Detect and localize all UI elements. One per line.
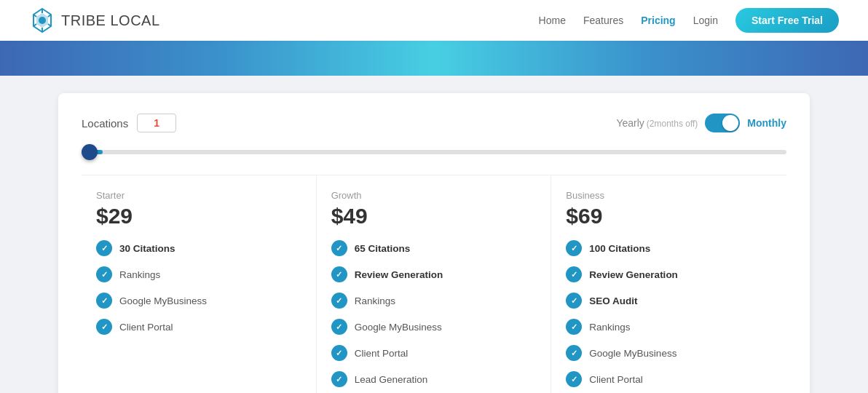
toggle-thumb: [722, 115, 738, 131]
growth-feature-lead: ✓ Lead Generation: [331, 371, 537, 387]
check-icon: ✓: [566, 293, 582, 309]
plan-starter: Starter $29 ✓ 30 Citations ✓ Rankings ✓ …: [82, 175, 317, 393]
check-icon: ✓: [331, 345, 347, 361]
logo-text: TRIBE LOCAL: [61, 12, 160, 29]
start-trial-button[interactable]: Start Free Trial: [735, 8, 839, 33]
check-icon: ✓: [96, 319, 112, 335]
business-feature-gmb: ✓ Google MyBusiness: [566, 345, 772, 361]
pricing-card: Locations Yearly(2months off) Monthly: [58, 93, 810, 393]
growth-feature-review: ✓ Review Generation: [331, 266, 537, 282]
billing-toggle-switch[interactable]: [705, 114, 740, 132]
billing-toggle: Yearly(2months off) Monthly: [616, 114, 786, 132]
logo[interactable]: TRIBE LOCAL: [29, 7, 160, 33]
check-icon: ✓: [96, 266, 112, 282]
starter-plan-name: Starter: [96, 190, 301, 201]
check-icon: ✓: [96, 293, 112, 309]
starter-plan-price: $29: [96, 204, 301, 229]
nav-links: Home Features Pricing Login Start Free T…: [539, 8, 839, 33]
check-icon: ✓: [331, 293, 347, 309]
growth-feature-citations: ✓ 65 Citations: [331, 240, 537, 256]
growth-feature-portal: ✓ Client Portal: [331, 345, 537, 361]
check-icon: ✓: [331, 266, 347, 282]
growth-plan-name: Growth: [331, 190, 537, 201]
nav-login[interactable]: Login: [693, 15, 718, 26]
logo-icon: [29, 7, 55, 33]
check-icon: ✓: [566, 240, 582, 256]
location-control: Locations: [82, 114, 176, 132]
business-feature-review: ✓ Review Generation: [566, 266, 772, 282]
locations-label: Locations: [82, 117, 128, 130]
starter-feature-portal: ✓ Client Portal: [96, 319, 301, 335]
business-feature-rankings: ✓ Rankings: [566, 319, 772, 335]
nav-features[interactable]: Features: [583, 15, 623, 26]
growth-features: ✓ 65 Citations ✓ Review Generation ✓ Ran…: [331, 240, 537, 387]
check-icon: ✓: [566, 371, 582, 387]
growth-feature-gmb: ✓ Google MyBusiness: [331, 319, 537, 335]
check-icon: ✓: [331, 240, 347, 256]
check-icon: ✓: [566, 345, 582, 361]
svg-point-2: [39, 17, 46, 24]
navbar: TRIBE LOCAL Home Features Pricing Login …: [0, 0, 868, 41]
controls-row: Locations Yearly(2months off) Monthly: [82, 114, 786, 132]
business-feature-seo: ✓ SEO Audit: [566, 293, 772, 309]
business-plan-price: $69: [566, 204, 772, 229]
check-icon: ✓: [96, 240, 112, 256]
plans-row: Starter $29 ✓ 30 Citations ✓ Rankings ✓ …: [82, 175, 786, 393]
yearly-label: Yearly(2months off): [616, 117, 698, 129]
blue-stripe-banner: [0, 41, 868, 76]
check-icon: ✓: [331, 371, 347, 387]
growth-feature-rankings: ✓ Rankings: [331, 293, 537, 309]
nav-home[interactable]: Home: [539, 15, 566, 26]
business-features: ✓ 100 Citations ✓ Review Generation ✓ SE…: [566, 240, 772, 393]
business-feature-portal: ✓ Client Portal: [566, 371, 772, 387]
slider-track: [82, 150, 786, 154]
starter-feature-gmb: ✓ Google MyBusiness: [96, 293, 301, 309]
plan-growth: Growth $49 ✓ 65 Citations ✓ Review Gener…: [317, 175, 552, 393]
monthly-label: Monthly: [747, 117, 786, 129]
check-icon: ✓: [566, 266, 582, 282]
growth-plan-price: $49: [331, 204, 537, 229]
plan-business: Business $69 ✓ 100 Citations ✓ Review Ge…: [551, 175, 786, 393]
slider-thumb[interactable]: [82, 144, 98, 160]
main-content: Locations Yearly(2months off) Monthly: [0, 76, 868, 393]
business-plan-name: Business: [566, 190, 772, 201]
check-icon: ✓: [566, 319, 582, 335]
locations-input[interactable]: [137, 114, 176, 132]
starter-features: ✓ 30 Citations ✓ Rankings ✓ Google MyBus…: [96, 240, 301, 335]
slider-row: [82, 150, 786, 154]
starter-feature-rankings: ✓ Rankings: [96, 266, 301, 282]
check-icon: ✓: [331, 319, 347, 335]
nav-pricing[interactable]: Pricing: [641, 15, 675, 26]
business-feature-citations: ✓ 100 Citations: [566, 240, 772, 256]
starter-feature-citations: ✓ 30 Citations: [96, 240, 301, 256]
